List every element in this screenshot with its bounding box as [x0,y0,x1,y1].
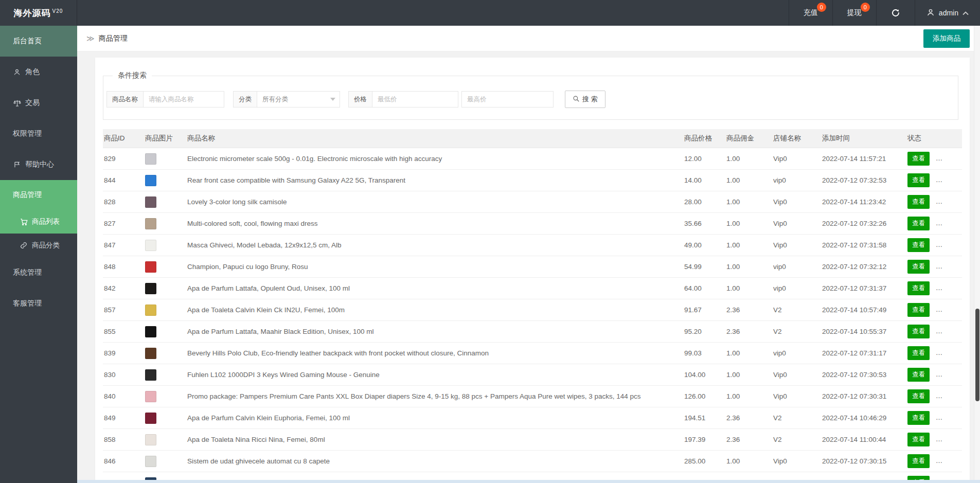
product-name-cell: Beverly Hills Polo Club, Eco-friendly le… [186,349,683,357]
sidebar-item-roles[interactable]: 角色 [0,57,77,87]
flag-icon [13,161,21,168]
product-thumbnail [145,261,156,273]
delete-button[interactable]: 删除 [936,195,958,209]
product-name-input[interactable] [143,91,224,108]
product-price-cell: 95.20 [683,328,725,335]
price-group: 价格 [348,91,458,108]
product-image-cell [144,218,186,229]
product-id-cell: 849 [103,414,144,422]
shop-name-cell: Vip0 [772,392,821,400]
table-row: 844 Rear front case compatible with Sams… [103,170,962,191]
category-select[interactable]: 所有分类 [257,91,340,108]
column-header: 商品图片 [144,134,186,143]
product-table: 商品ID 商品图片 商品名称 商品价格 商品佣金 店铺名称 添加时间 状态 82… [103,129,962,483]
product-card: 条件搜索 商品名称 分类 所有分类 [95,58,970,483]
user-menu[interactable]: admin [915,0,980,26]
product-id-cell: 840 [103,392,144,400]
shop-name-cell: Vip0 [772,457,821,465]
view-button[interactable]: 查看 [907,389,930,403]
sidebar-item-product-management[interactable]: 商品管理 [0,180,77,210]
view-button[interactable]: 查看 [907,303,930,317]
view-button[interactable]: 查看 [907,152,930,166]
product-commission-cell: 1.00 [725,284,772,292]
sidebar-item-product-categories[interactable]: 商品分类 [0,234,77,257]
shop-name-cell: V2 [772,436,821,443]
view-button[interactable]: 查看 [907,173,930,187]
sidebar-item-help-center[interactable]: 帮助中心 [0,149,77,180]
recharge-button[interactable]: 充值 0 [789,0,832,26]
delete-button[interactable]: 删除 [936,152,958,166]
product-price-cell: 35.66 [683,220,725,227]
delete-button[interactable]: 删除 [936,433,958,446]
product-image-cell [144,305,186,316]
delete-button[interactable]: 删除 [936,303,958,317]
product-commission-cell: 1.00 [725,392,772,400]
delete-button[interactable]: 删除 [936,238,958,252]
search-legend: 条件搜索 [113,71,152,80]
category-selected-value: 所有分类 [262,95,288,104]
product-thumbnail [145,369,156,381]
view-button[interactable]: 查看 [907,454,930,468]
product-commission-cell: 1.00 [725,457,772,465]
delete-button[interactable]: 删除 [936,411,958,425]
sidebar-item-customer-service[interactable]: 客服管理 [0,288,77,319]
max-price-input[interactable] [461,91,554,108]
view-button[interactable]: 查看 [907,411,930,425]
status-cell: 查看 删除 [906,260,962,274]
view-button[interactable]: 查看 [907,433,930,446]
link-icon [20,242,28,249]
product-name-cell: Sistem de udat ghivecele automat cu 8 ca… [186,457,683,465]
min-price-input[interactable] [372,91,458,108]
view-button[interactable]: 查看 [907,260,930,274]
table-header-row: 商品ID 商品图片 商品名称 商品价格 商品佣金 店铺名称 添加时间 状态 [103,129,962,148]
view-button[interactable]: 查看 [907,217,930,230]
view-button[interactable]: 查看 [907,346,930,360]
sidebar-item-label: 客服管理 [13,299,42,308]
product-thumbnail [145,348,156,359]
status-cell: 查看 删除 [906,389,962,403]
delete-button[interactable]: 删除 [936,325,958,338]
product-thumbnail [145,305,156,316]
vertical-scrollbar[interactable] [974,26,980,480]
sidebar-item-system-management[interactable]: 系统管理 [0,257,77,288]
cart-icon [20,218,28,226]
add-product-button[interactable]: 添加商品 [923,29,970,48]
vertical-scrollbar-thumb[interactable] [975,309,979,401]
view-button[interactable]: 查看 [907,368,930,382]
product-image-cell [144,261,186,273]
added-time-cell: 2022-07-14 11:23:42 [821,198,906,206]
sidebar-item-permissions[interactable]: 权限管理 [0,118,77,149]
chevron-up-icon [963,9,969,17]
sidebar-item-transactions[interactable]: 交易 [0,87,77,118]
delete-button[interactable]: 删除 [936,346,958,360]
sidebar-item-product-list[interactable]: 商品列表 [0,210,77,234]
shop-name-cell: vip0 [772,263,821,271]
horizontal-scrollbar[interactable] [77,480,980,483]
view-button[interactable]: 查看 [907,238,930,252]
delete-button[interactable]: 删除 [936,389,958,403]
view-button[interactable]: 查看 [907,195,930,209]
table-row: 839 Beverly Hills Polo Club, Eco-friendl… [103,343,962,364]
view-button[interactable]: 查看 [907,325,930,338]
sidebar-nav: 后台首页 角色 交易 权限管理 帮助中心 商品管理 [0,26,77,483]
sidebar-item-label: 后台首页 [13,37,42,46]
category-label: 分类 [233,91,257,108]
withdraw-button[interactable]: 提现 0 [832,0,876,26]
delete-button[interactable]: 删除 [936,217,958,230]
delete-button[interactable]: 删除 [936,173,958,187]
table-row: 848 Champion, Papuci cu logo Bruny, Rosu… [103,256,962,278]
refresh-button[interactable] [876,0,915,26]
product-name-cell: Apa de Toaleta Calvin Klein Ck IN2U, Fem… [186,306,683,314]
product-thumbnail [145,456,156,467]
sidebar-item-dashboard[interactable]: 后台首页 [0,26,77,57]
product-price-cell: 194.51 [683,414,725,422]
delete-button[interactable]: 删除 [936,454,958,468]
view-button[interactable]: 查看 [907,281,930,295]
sidebar-item-label: 帮助中心 [25,160,54,169]
search-button[interactable]: 搜 索 [565,91,605,108]
added-time-cell: 2022-07-14 10:57:49 [821,306,906,314]
delete-button[interactable]: 删除 [936,368,958,382]
delete-button[interactable]: 删除 [936,260,958,274]
delete-button[interactable]: 删除 [936,281,958,295]
product-price-cell: 49.00 [683,241,725,249]
